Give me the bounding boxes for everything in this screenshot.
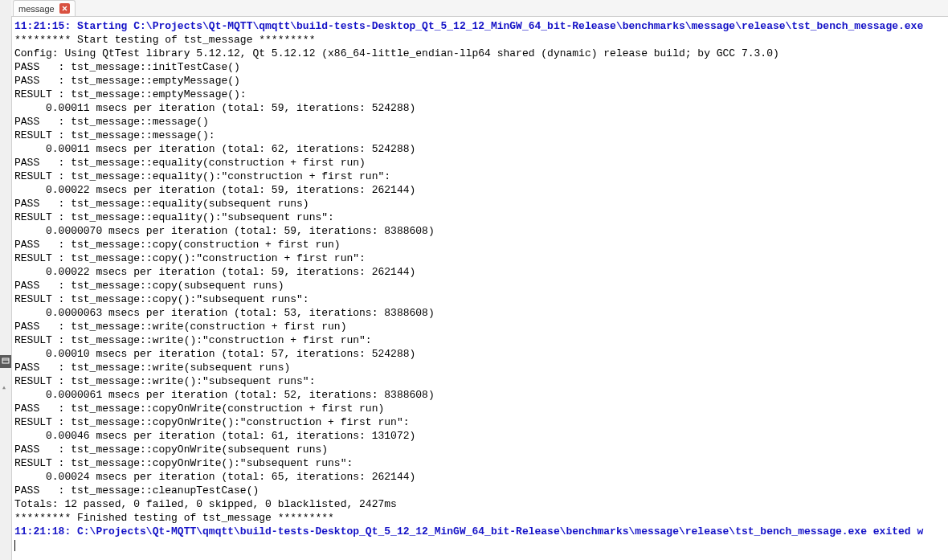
output-line: PASS : tst_message::emptyMessage() xyxy=(14,75,240,87)
output-line: RESULT : tst_message::message(): xyxy=(14,129,215,141)
side-gutter: ▴ xyxy=(0,0,12,560)
output-line: RESULT : tst_message::copy():"subsequent… xyxy=(14,293,309,305)
output-line: ********* Start testing of tst_message *… xyxy=(14,34,315,46)
output-line: 0.0000063 msecs per iteration (total: 53… xyxy=(14,307,435,319)
output-line: PASS : tst_message::equality(constructio… xyxy=(14,157,366,169)
output-line: RESULT : tst_message::equality():"subseq… xyxy=(14,211,334,223)
text-caret xyxy=(14,540,15,551)
output-line: PASS : tst_message::copyOnWrite(subseque… xyxy=(14,444,328,456)
tab-label: message xyxy=(18,4,55,14)
output-start-line: 11:21:15: Starting C:\Projects\Qt-MQTT\q… xyxy=(14,20,923,32)
output-line: Config: Using QtTest library 5.12.12, Qt… xyxy=(14,47,779,59)
output-line: 0.00022 msecs per iteration (total: 59, … xyxy=(14,266,415,278)
output-line: RESULT : tst_message::copyOnWrite():"con… xyxy=(14,416,409,428)
output-line: 0.00022 msecs per iteration (total: 59, … xyxy=(14,184,415,196)
output-line: 0.0000061 msecs per iteration (total: 52… xyxy=(14,389,435,401)
bookmark-icon[interactable] xyxy=(0,355,11,368)
tab-message[interactable]: message xyxy=(13,0,76,16)
output-end-line: 11:21:18: C:\Projects\Qt-MQTT\qmqtt\buil… xyxy=(14,525,923,538)
close-icon[interactable] xyxy=(59,3,70,14)
output-line: PASS : tst_message::equality(subsequent … xyxy=(14,198,309,210)
output-line: RESULT : tst_message::copy():"constructi… xyxy=(14,252,366,264)
output-line: RESULT : tst_message::emptyMessage(): xyxy=(14,88,247,100)
output-line: PASS : tst_message::write(construction +… xyxy=(14,321,346,333)
output-line: 0.00011 msecs per iteration (total: 62, … xyxy=(14,143,415,155)
output-line: RESULT : tst_message::copyOnWrite():"sub… xyxy=(14,457,353,469)
output-line: RESULT : tst_message::write():"subsequen… xyxy=(14,375,315,387)
output-pane[interactable]: 11:21:15: Starting C:\Projects\Qt-MQTT\q… xyxy=(14,19,948,560)
output-line: Totals: 12 passed, 0 failed, 0 skipped, … xyxy=(14,498,397,510)
output-line: ********* Finished testing of tst_messag… xyxy=(14,512,334,524)
output-line: PASS : tst_message::cleanupTestCase() xyxy=(14,484,259,497)
output-line: PASS : tst_message::copyOnWrite(construc… xyxy=(14,403,384,415)
output-line: 0.0000070 msecs per iteration (total: 59… xyxy=(14,225,435,237)
output-line: PASS : tst_message::write(subsequent run… xyxy=(14,362,290,374)
tab-bar: message xyxy=(11,0,948,17)
output-line: PASS : tst_message::copy(construction + … xyxy=(14,239,341,251)
output-line: RESULT : tst_message::equality():"constr… xyxy=(14,170,390,182)
output-line: 0.00024 msecs per iteration (total: 65, … xyxy=(14,471,415,483)
output-line: PASS : tst_message::copy(subsequent runs… xyxy=(14,280,284,292)
svg-rect-0 xyxy=(2,358,9,363)
output-line: 0.00011 msecs per iteration (total: 59, … xyxy=(14,102,415,114)
output-line: 0.00046 msecs per iteration (total: 61, … xyxy=(14,430,415,442)
output-line: PASS : tst_message::message() xyxy=(14,116,209,128)
output-line: 0.00010 msecs per iteration (total: 57, … xyxy=(14,348,415,360)
chevron-up-icon[interactable]: ▴ xyxy=(2,382,6,392)
output-line: RESULT : tst_message::write():"construct… xyxy=(14,334,372,346)
output-line: PASS : tst_message::initTestCase() xyxy=(14,61,240,73)
